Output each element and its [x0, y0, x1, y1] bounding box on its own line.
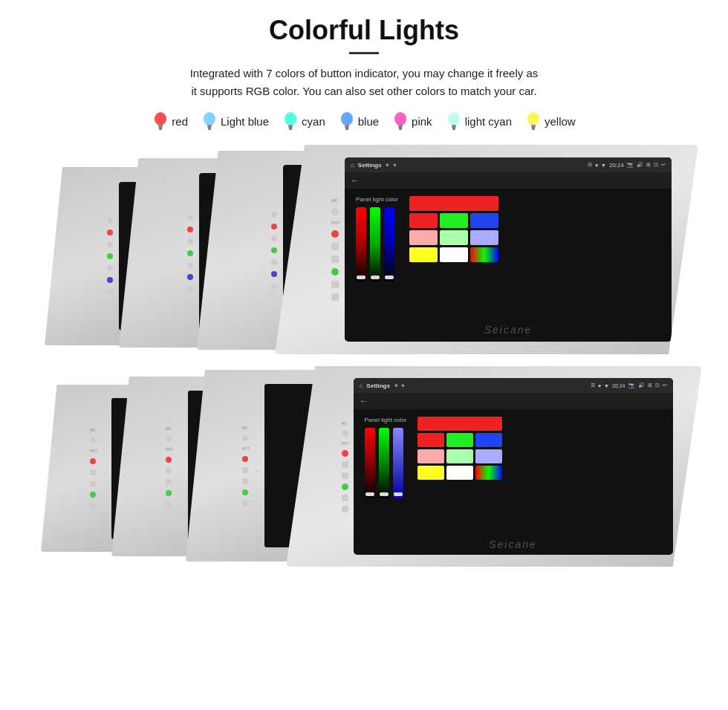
screen-time: 20:24 [609, 162, 624, 169]
svg-point-21 [394, 112, 406, 126]
color-item-Light-blue: Light blue [201, 111, 269, 131]
page-title: Colorful Lights [22, 15, 706, 46]
svg-rect-7 [207, 125, 212, 127]
title-section: Colorful Lights [22, 15, 706, 54]
description: Integrated with 7 colors of button indic… [22, 65, 706, 100]
watermark-top: Seicane [484, 324, 533, 336]
svg-rect-13 [289, 127, 293, 128]
top-panel-group: MC RST [22, 145, 706, 360]
svg-rect-22 [398, 125, 403, 127]
back-arrow: ← [351, 175, 360, 186]
svg-rect-19 [345, 128, 348, 130]
svg-rect-27 [452, 125, 456, 127]
desc-line1: Integrated with 7 colors of button indic… [190, 67, 539, 79]
svg-rect-3 [159, 127, 163, 128]
color-item-pink: pink [392, 111, 432, 131]
color-label: Light blue [221, 115, 269, 128]
svg-rect-17 [345, 125, 349, 127]
svg-rect-8 [207, 127, 211, 128]
svg-point-26 [448, 112, 460, 126]
svg-rect-28 [452, 127, 455, 128]
color-label: pink [412, 115, 432, 128]
color-item-blue: blue [339, 111, 379, 131]
color-label: blue [358, 115, 379, 128]
screen-settings-label: Settings [358, 162, 382, 169]
main-unit-top: MC RST [275, 145, 698, 354]
color-indicators-row: red Light blue cyan blue pink light cyan [22, 111, 706, 131]
svg-rect-12 [288, 125, 293, 127]
svg-rect-2 [158, 125, 163, 127]
title-divider [349, 52, 379, 54]
svg-point-1 [155, 112, 166, 126]
color-label: yellow [545, 115, 576, 128]
desc-line2: it supports RGB color. You can also set … [191, 85, 536, 97]
main-unit-bottom: MC RST ⌂ [286, 366, 702, 567]
page-container: Colorful Lights Integrated with 7 colors… [0, 0, 728, 710]
color-label: red [172, 115, 188, 128]
color-label: light cyan [465, 115, 512, 128]
svg-point-16 [341, 112, 353, 126]
svg-rect-23 [399, 127, 403, 128]
svg-rect-32 [531, 125, 536, 127]
bottom-panel-group: MC RST ⌂ ← [22, 366, 706, 570]
watermark-bottom: Seicane [489, 538, 537, 550]
svg-point-31 [527, 112, 539, 126]
svg-rect-24 [399, 128, 402, 130]
color-item-light-cyan: light cyan [446, 111, 512, 131]
svg-rect-33 [532, 127, 536, 128]
svg-rect-29 [452, 128, 455, 130]
svg-rect-9 [208, 128, 211, 130]
svg-rect-34 [532, 128, 535, 130]
color-item-cyan: cyan [282, 111, 325, 131]
color-item-red: red [152, 111, 188, 131]
svg-rect-14 [289, 128, 292, 130]
color-label: cyan [302, 115, 325, 128]
svg-rect-4 [159, 128, 162, 130]
svg-point-6 [204, 112, 215, 126]
svg-point-11 [285, 112, 296, 126]
svg-rect-18 [345, 127, 348, 128]
panel-light-label: Panel light color [356, 196, 398, 203]
color-item-yellow: yellow [525, 111, 576, 131]
